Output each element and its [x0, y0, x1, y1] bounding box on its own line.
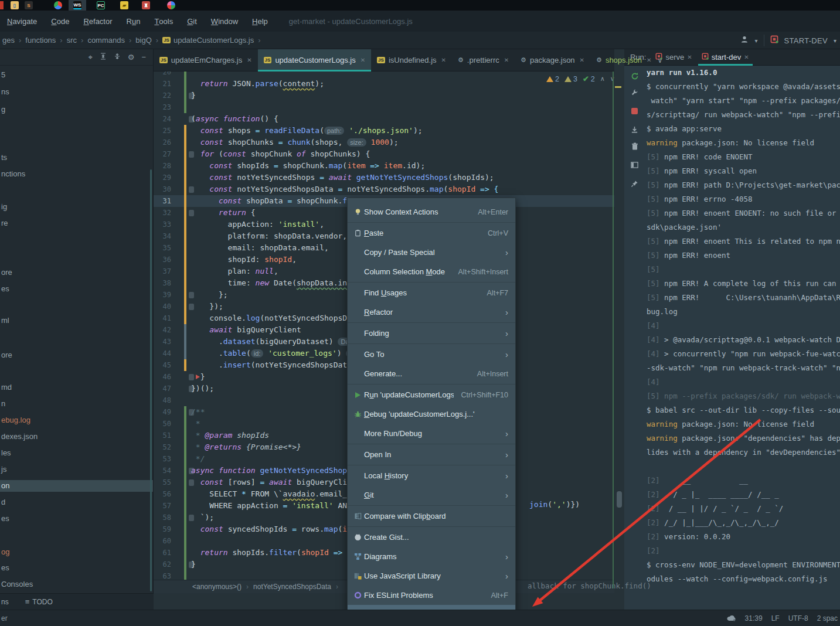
collapse-icon[interactable] — [114, 53, 121, 62]
editor-tab-isUndefined.js[interactable]: JSisUndefined.js✕ — [371, 49, 452, 71]
layout-icon[interactable] — [630, 161, 639, 169]
close-icon[interactable]: ✕ — [361, 57, 365, 63]
menu-window[interactable]: Window — [204, 11, 245, 32]
project-tree-item[interactable]: ml — [0, 315, 153, 326]
menu-item-fix-eslint-problems[interactable]: Fix ESLint ProblemsAlt+F — [348, 586, 515, 605]
line-number[interactable]: 32 — [154, 207, 171, 219]
taskbar-icon-redapp[interactable]: ♜ — [142, 1, 150, 9]
project-tree-item[interactable]: g — [0, 104, 153, 115]
code-line-28[interactable]: 28 const shopIds = shopChunk.map(item =>… — [154, 160, 614, 172]
menu-item-paste[interactable]: PasteCtrl+V — [348, 223, 515, 243]
line-number[interactable]: 53 — [154, 453, 171, 465]
line-number[interactable]: 35 — [154, 242, 171, 254]
project-scrollbar[interactable] — [150, 169, 152, 591]
project-tree-item[interactable]: es — [0, 283, 153, 295]
line-number[interactable]: 30 — [154, 183, 171, 195]
line-number[interactable]: 26 — [154, 137, 171, 148]
line-number[interactable]: 59 — [154, 523, 171, 535]
code-line-25[interactable]: 25 const shops = readFileData(path: './s… — [154, 125, 614, 137]
line-number[interactable]: 61 — [154, 547, 171, 559]
editor-breadcrumb-item[interactable]: <anonymous>() — [192, 583, 242, 591]
tool-tab-fragment[interactable]: ns — [0, 598, 9, 606]
run-config-selector[interactable]: START-DEV — [784, 36, 828, 45]
line-number[interactable]: 39 — [154, 289, 171, 301]
editor-tab-package.json[interactable]: ⚙package.json✕ — [515, 49, 590, 71]
line-number[interactable]: 44 — [154, 348, 171, 359]
line-number[interactable]: 34 — [154, 230, 171, 242]
line-number[interactable]: 28 — [154, 160, 171, 172]
project-tree-item[interactable]: ebug.log — [0, 414, 153, 426]
line-number[interactable]: 57 — [154, 500, 171, 512]
line-number[interactable]: 51 — [154, 430, 171, 441]
user-icon[interactable] — [740, 35, 749, 46]
line-number[interactable]: 46 — [154, 371, 171, 383]
indent-setting[interactable]: 2 spac — [817, 614, 838, 622]
menu-item-open-in[interactable]: Open In› — [348, 445, 515, 464]
menu-tools[interactable]: Tools — [147, 11, 180, 32]
line-number[interactable]: 47 — [154, 383, 171, 394]
menu-refactor[interactable]: Refactor — [76, 11, 119, 32]
line-ending[interactable]: LF — [771, 614, 780, 622]
warning-indicator[interactable]: 2 — [546, 75, 559, 83]
menu-item-debug-updatecustomerlogs-j[interactable]: Debug 'updateCustomerLogs.j...' — [348, 404, 515, 424]
caret-position[interactable]: 31:39 — [745, 614, 763, 622]
breadcrumb-item[interactable]: bigQ — [135, 36, 151, 45]
trash-icon[interactable] — [630, 142, 639, 151]
menu-git[interactable]: Git — [180, 11, 204, 32]
line-number[interactable]: 54 — [154, 465, 171, 477]
project-tree-item[interactable]: md — [0, 382, 153, 393]
run-tool-window[interactable]: Run: serve✕start-dev✕ yarn run v1.16.0$ … — [624, 49, 840, 610]
inspections-widget[interactable]: 2 3 ✔2 ∧ ∨ — [546, 74, 615, 83]
line-number[interactable]: 45 — [154, 359, 171, 371]
taskbar-icon-folder[interactable]: ▯ — [11, 1, 19, 9]
wrench-icon[interactable] — [630, 88, 639, 97]
close-icon[interactable]: ✕ — [744, 54, 749, 60]
editor-tab-shops.json[interactable]: ⚙shops.json✕ — [590, 49, 657, 71]
close-icon[interactable]: ✕ — [247, 57, 251, 63]
menu-item-find-usages[interactable]: Find UsagesAlt+F7 — [348, 283, 515, 302]
line-number[interactable]: 21 — [154, 78, 171, 90]
line-number[interactable]: 23 — [154, 101, 171, 113]
line-number[interactable]: 27 — [154, 148, 171, 160]
code-line-24[interactable]: 24(async function() { — [154, 113, 614, 125]
line-number[interactable]: 58 — [154, 512, 171, 523]
stop-icon[interactable] — [630, 107, 639, 115]
line-number[interactable]: 60 — [154, 535, 171, 547]
expand-icon[interactable] — [100, 53, 107, 62]
menu-navigate[interactable]: Navigate — [0, 11, 44, 32]
line-number[interactable]: 25 — [154, 125, 171, 137]
menu-code[interactable]: Code — [44, 11, 76, 32]
menu-item-create-gist[interactable]: Create Gist... — [348, 528, 515, 547]
run-tab-start-dev[interactable]: start-dev✕ — [697, 49, 754, 65]
rerun-icon[interactable] — [630, 72, 639, 80]
project-tree-item[interactable]: ts — [0, 152, 153, 164]
run-config-icon[interactable] — [770, 35, 778, 46]
project-tree-item[interactable]: js — [0, 464, 153, 475]
pin-icon[interactable] — [630, 179, 639, 188]
line-number[interactable]: 22 — [154, 90, 171, 101]
line-number[interactable]: 49 — [154, 406, 171, 418]
project-tree-item[interactable]: on — [0, 480, 153, 492]
editor-scrollbar[interactable] — [617, 491, 622, 508]
line-number[interactable]: 48 — [154, 394, 171, 406]
line-number[interactable]: 37 — [154, 266, 171, 277]
close-icon[interactable]: ✕ — [647, 57, 651, 63]
line-number[interactable]: 50 — [154, 418, 171, 430]
menu-item-copy-paste-special[interactable]: Copy / Paste Special› — [348, 243, 515, 262]
project-tree-item[interactable]: Consoles — [0, 579, 153, 590]
menu-item-folding[interactable]: Folding› — [348, 324, 515, 343]
menu-help[interactable]: Help — [245, 11, 275, 32]
encoding[interactable]: UTF-8 — [788, 614, 808, 622]
close-icon[interactable]: ✕ — [580, 57, 584, 63]
prev-problem-icon[interactable]: ∧ — [600, 75, 605, 83]
code-line-22[interactable]: 22} — [154, 90, 614, 101]
breadcrumb-item[interactable]: src — [67, 36, 77, 45]
line-number[interactable]: 41 — [154, 312, 171, 324]
taskbar-icon-pycharm[interactable]: PC — [97, 1, 105, 9]
menu-item-run-updatecustomerlogs-j[interactable]: Run 'updateCustomerLogs.j...'Ctrl+Shift+… — [348, 385, 515, 404]
taskbar-icon-sublime[interactable]: S — [25, 1, 33, 9]
line-number[interactable]: 43 — [154, 336, 171, 348]
project-tree-item[interactable]: dexes.json — [0, 431, 153, 443]
project-tree-item[interactable]: n — [0, 398, 153, 410]
taskbar-icon-colorful[interactable] — [167, 1, 175, 9]
